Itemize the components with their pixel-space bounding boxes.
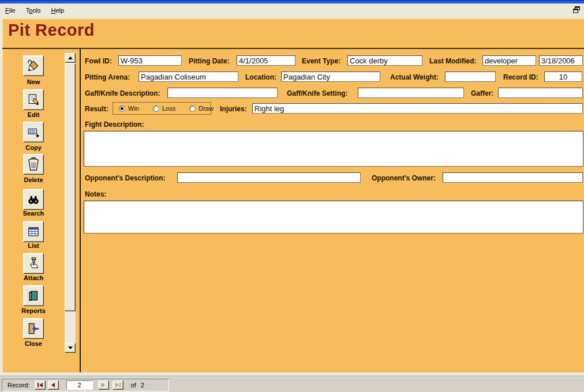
last-modified-user-input[interactable] [482,55,536,66]
list-button[interactable] [23,221,44,242]
notes-textarea[interactable] [84,201,583,233]
last-modified-date-input[interactable] [539,55,583,66]
actual-weight-input[interactable] [445,71,496,82]
first-record-button[interactable] [35,380,46,390]
gaff-setting-input[interactable] [358,88,464,98]
close-button-label: Close [9,340,58,347]
copy-button[interactable] [23,122,44,142]
scrollbar-thumb[interactable] [65,63,76,311]
radio-draw-label: Draw [199,105,214,112]
actual-weight-label: Actual Weight: [390,73,439,82]
gaff-setting-label: Gaff/Knife Setting: [287,89,347,98]
radio-loss-label: Loss [162,105,175,112]
search-button[interactable] [23,189,44,210]
record-id-input[interactable] [544,71,582,82]
exit-door-icon [27,322,40,336]
new-button-label: New [9,78,58,85]
pitting-arena-label: Pitting Arena: [85,73,130,82]
attach-button-label: Attach [9,274,58,281]
record-id-label: Record ID: [503,73,538,82]
record-total: 2 [141,382,144,389]
event-type-input[interactable] [347,55,422,66]
result-label: Result: [85,104,108,114]
menu-bar: File Tools Help [0,3,584,17]
restore-window-icon[interactable] [573,6,581,14]
trash-icon [26,157,41,172]
attach-button[interactable] [23,253,44,274]
result-radio-draw[interactable]: Draw [189,105,214,112]
current-record-box[interactable]: 2 [66,380,93,390]
fowl-id-input[interactable] [118,55,182,66]
previous-record-button[interactable] [48,380,59,390]
pit-record-window: File Tools Help Pit Record New [0,0,584,392]
previous-record-icon [51,383,55,387]
result-radio-loss[interactable]: Loss [153,105,175,112]
next-record-icon [102,383,105,387]
page-title: Pit Record [8,21,95,40]
binoculars-icon [27,193,40,206]
opponents-description-label: Opponent's Description: [85,174,166,183]
last-record-icon [115,383,119,387]
result-radio-win[interactable]: Win [119,105,139,112]
next-record-button[interactable] [98,380,109,390]
sidebar-scrollbar [65,53,76,353]
record-nav-label: Record: [8,382,30,389]
fight-description-label: Fight Description: [85,120,144,129]
result-radio-group: Win Loss Draw [113,102,211,115]
new-button[interactable] [23,55,44,76]
fowl-id-label: Fowl ID: [85,56,112,66]
close-button[interactable] [23,318,44,339]
radio-win-label: Win [128,105,139,112]
injuries-label: Injuries: [220,104,247,114]
scrollbar-track[interactable] [65,63,76,343]
menu-file[interactable]: File [0,5,21,16]
edit-button-label: Edit [9,111,58,118]
radio-win-circle [119,105,125,112]
first-record-icon [38,383,39,387]
first-record-icon-arrow [39,383,43,387]
radio-draw-circle [189,105,196,112]
last-modified-label: Last Modified: [429,56,476,66]
gaffer-label: Gaffer: [471,89,493,98]
record-of-label: of [131,382,136,389]
location-input[interactable] [281,71,380,82]
arrow-down-icon [68,346,73,349]
delete-button-label: Delete [9,176,58,183]
pitting-date-input[interactable] [237,55,295,66]
table-list-icon [27,225,40,239]
gaff-description-label: Gaff/Knife Description: [85,89,160,98]
arrow-up-icon [68,56,73,59]
notes-label: Notes: [85,190,106,199]
location-label: Location: [245,73,276,82]
last-record-button[interactable] [113,380,123,390]
opponents-description-input[interactable] [177,172,361,183]
pitting-arena-input[interactable] [138,71,238,82]
fight-description-textarea[interactable] [84,131,583,167]
scroll-down-button[interactable] [65,343,76,353]
injuries-input[interactable] [252,103,583,114]
scroll-up-button[interactable] [65,53,76,63]
new-pencil-icon [27,59,40,73]
record-navigation-panel: Record: 2 of 2 [2,379,169,391]
opponents-owner-label: Opponent's Owner: [372,174,436,183]
radio-dot [121,107,123,110]
event-type-label: Event Type: [302,56,340,66]
pushpin-icon [27,257,40,270]
edit-document-icon [27,93,40,107]
sidebar-divider [80,49,81,372]
menu-help[interactable]: Help [46,5,69,16]
delete-button[interactable] [23,154,44,175]
gaffer-input[interactable] [498,88,583,98]
menu-tools[interactable]: Tools [21,5,46,16]
opponents-owner-input[interactable] [443,172,583,183]
gaff-description-input[interactable] [167,88,278,98]
last-record-icon-bar [119,383,121,387]
pitting-date-label: Pitting Date: [189,56,230,66]
edit-button[interactable] [23,89,44,110]
book-icon [27,289,40,303]
reports-button[interactable] [23,285,44,306]
reports-button-label: Reports [9,307,58,314]
copy-button-label: Copy [9,144,58,151]
search-button-label: Search [9,210,58,217]
list-button-label: List [9,242,58,249]
